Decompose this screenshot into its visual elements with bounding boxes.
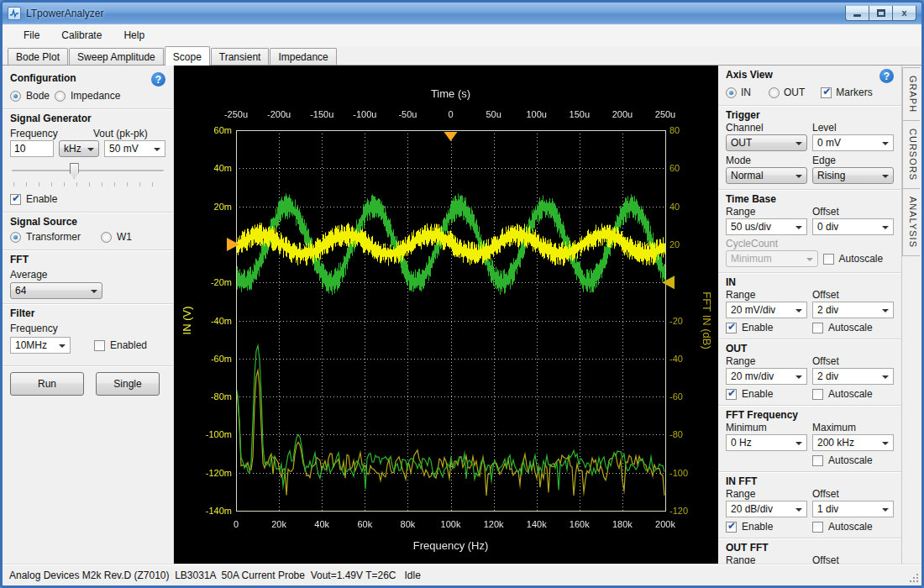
vout-select[interactable]: 50 mV [104, 140, 165, 157]
resize-grip-icon[interactable] [908, 572, 918, 582]
menu-calibrate[interactable]: Calibrate [52, 26, 111, 45]
slider-track [12, 170, 164, 171]
status-text: Analog Devices M2k Rev.D (Z7010) LB3031A… [9, 570, 421, 581]
signal-source-title: Signal Source [10, 216, 77, 228]
transformer-radio-label: Transformer [26, 231, 81, 243]
in-offset-label: Offset [812, 289, 894, 301]
filter-enabled-checkbox[interactable] [94, 340, 105, 351]
chevron-down-icon [795, 226, 802, 229]
impedance-radio[interactable] [55, 91, 66, 102]
in-autoscale-checkbox[interactable] [812, 323, 823, 333]
filter-frequency-select[interactable]: 10MHz [10, 337, 71, 354]
in-autoscale-label: Autoscale [828, 322, 873, 333]
chevron-down-icon [795, 175, 802, 178]
time-base-section: Time Base Range Offset 50 us/div 0 div C… [718, 189, 901, 272]
fft-minimum-label: Minimum [726, 422, 807, 433]
filter-title: Filter [10, 307, 34, 319]
menu-help[interactable]: Help [114, 26, 154, 45]
time-base-offset-select[interactable]: 0 div [812, 218, 894, 235]
menu-file[interactable]: File [14, 26, 49, 45]
in-range-label: Range [726, 289, 807, 301]
axis-in-radio[interactable] [726, 87, 737, 98]
run-button[interactable]: Run [10, 372, 84, 396]
in-fft-offset-select[interactable]: 1 div [812, 501, 894, 517]
side-tab-graph[interactable]: GRAPH [902, 67, 920, 121]
bode-radio[interactable] [10, 91, 21, 102]
axis-out-radio[interactable] [769, 87, 780, 98]
time-base-range-label: Range [726, 206, 807, 218]
in-offset-select[interactable]: 2 div [812, 302, 894, 318]
minimize-button[interactable] [845, 6, 869, 21]
fft-maximum-select[interactable]: 200 kHz [812, 434, 894, 451]
generator-enable-checkbox[interactable] [10, 194, 21, 205]
side-tab-analysis[interactable]: ANALYSIS [902, 188, 920, 256]
run-controls: Run Single [3, 365, 173, 402]
out-enable-checkbox[interactable] [726, 389, 737, 400]
in-fft-autoscale-checkbox[interactable] [812, 522, 823, 533]
out-fft-title: OUT FFT [726, 542, 769, 554]
close-button[interactable]: x [892, 6, 916, 21]
trigger-mode-select[interactable]: Normal [726, 167, 807, 184]
fft-minimum-select[interactable]: 0 Hz [726, 434, 807, 451]
out-section: OUT Range Offset 20 mv/div 2 div Enable [718, 339, 901, 405]
minimize-icon [853, 14, 861, 17]
chevron-down-icon [154, 148, 160, 151]
filter-section: Filter Frequency 10MHz Enabled [3, 303, 173, 360]
tab-scope[interactable]: Scope [165, 46, 210, 66]
in-enable-label: Enable [742, 322, 773, 333]
tab-transient[interactable]: Transient [211, 48, 270, 65]
time-base-autoscale-checkbox[interactable] [823, 254, 834, 265]
out-autoscale-checkbox[interactable] [812, 389, 823, 400]
filter-frequency-label: Frequency [10, 323, 165, 334]
side-tab-cursors[interactable]: CURSORS [902, 120, 920, 189]
in-fft-range-select[interactable]: 20 dB/div [726, 501, 807, 517]
filter-enabled-label: Enabled [110, 339, 147, 351]
slider-thumb[interactable] [70, 163, 79, 179]
in-fft-enable-checkbox[interactable] [726, 522, 737, 533]
out-enable-label: Enable [742, 388, 773, 400]
fft-title: FFT [10, 254, 29, 265]
out-offset-select[interactable]: 2 div [812, 368, 894, 385]
impedance-radio-label: Impedance [71, 90, 120, 102]
signal-source-section: Signal Source Transformer W1 [3, 212, 173, 249]
scope-plot-canvas[interactable] [174, 66, 718, 564]
chevron-down-icon [795, 375, 802, 379]
w1-radio-label: W1 [117, 231, 132, 243]
in-range-select[interactable]: 20 mV/div [726, 302, 807, 318]
w1-radio[interactable] [101, 232, 112, 243]
configuration-section: Configuration ? Bode Impedance [3, 69, 173, 108]
frequency-input[interactable] [10, 140, 54, 157]
bode-radio-label: Bode [26, 90, 50, 102]
app-window: LTpowerAnalyzer x File Calibrate Help Bo… [0, 0, 924, 588]
close-icon: x [901, 8, 906, 18]
chevron-down-icon [795, 442, 802, 445]
frequency-unit-select[interactable]: kHz [59, 140, 99, 157]
right-control-panel: Axis View ? IN OUT Markers Trigger Chann… [718, 66, 901, 564]
time-base-title: Time Base [726, 193, 776, 205]
markers-checkbox[interactable] [821, 87, 832, 98]
transformer-radio[interactable] [10, 232, 21, 243]
fft-frequency-autoscale-checkbox[interactable] [812, 455, 823, 466]
average-select[interactable]: 64 [10, 282, 102, 299]
maximize-button[interactable] [869, 6, 893, 21]
tab-sweep-amplitude[interactable]: Sweep Amplitude [69, 48, 164, 65]
in-fft-range-label: Range [726, 488, 807, 500]
single-button[interactable]: Single [96, 372, 160, 396]
trigger-level-label: Level [812, 122, 894, 134]
plot-area [174, 66, 718, 564]
help-icon[interactable]: ? [151, 72, 165, 87]
tab-impedance[interactable]: Impedance [270, 48, 336, 65]
signal-generator-slider[interactable] [12, 162, 164, 181]
help-icon[interactable]: ? [879, 69, 894, 83]
trigger-level-select[interactable]: 0 mV [812, 134, 894, 151]
out-range-select[interactable]: 20 mv/div [726, 368, 807, 385]
axis-view-section: Axis View ? IN OUT Markers [718, 66, 901, 105]
in-enable-checkbox[interactable] [726, 323, 737, 333]
tab-bode-plot[interactable]: Bode Plot [8, 48, 68, 65]
vout-label: Vout (pk-pk) [93, 128, 165, 139]
trigger-edge-select[interactable]: Rising [812, 167, 894, 184]
trigger-channel-select[interactable]: OUT [726, 134, 807, 151]
fft-section: FFT Average 64 [3, 249, 173, 303]
time-base-range-select[interactable]: 50 us/div [726, 218, 807, 235]
fft-frequency-title: FFT Frequency [726, 409, 798, 421]
